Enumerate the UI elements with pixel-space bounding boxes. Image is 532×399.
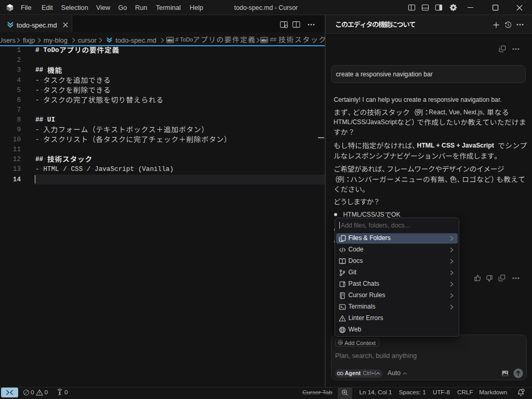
svg-text:abc: abc — [261, 38, 267, 42]
svg-text:abc: abc — [167, 38, 174, 42]
